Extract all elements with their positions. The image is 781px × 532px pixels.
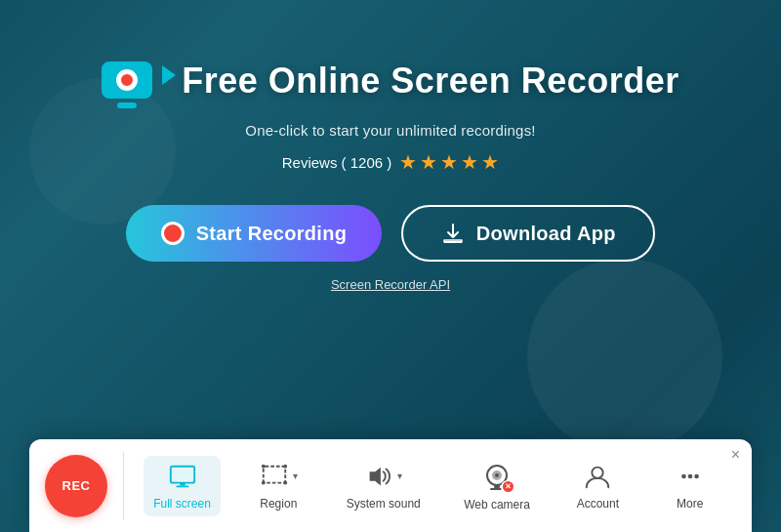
star-3: ★	[440, 150, 458, 174]
reviews-row: Reviews ( 1206 ) ★ ★ ★ ★ ★	[282, 150, 500, 174]
svg-point-8	[262, 480, 266, 484]
region-chevron-icon: ▾	[293, 471, 298, 481]
toolbar: × REC Full screen	[29, 439, 752, 532]
star-1: ★	[399, 150, 417, 174]
toolbar-item-system-sound[interactable]: ▾ System sound	[337, 456, 431, 516]
svg-rect-14	[494, 485, 500, 488]
logo-cam-lens	[116, 69, 138, 91]
logo-cam-dot	[121, 74, 133, 86]
svg-point-9	[283, 480, 287, 484]
toolbar-item-region[interactable]: ▾ Region	[244, 456, 312, 516]
web-camera-badge-inner: ✕	[503, 481, 514, 492]
toolbar-item-account[interactable]: Account	[563, 456, 632, 516]
system-sound-icon	[364, 462, 393, 491]
region-label: Region	[260, 497, 297, 511]
rec-dot-icon	[161, 222, 185, 245]
region-icon	[260, 462, 289, 491]
rec-button[interactable]: REC	[45, 455, 107, 517]
app-title: Free Online Screen Recorder	[182, 61, 679, 102]
svg-point-19	[694, 473, 699, 478]
svg-point-6	[262, 464, 266, 468]
svg-rect-0	[444, 241, 462, 243]
svg-marker-10	[370, 467, 381, 485]
svg-point-7	[283, 464, 287, 468]
app-logo	[102, 54, 164, 108]
toolbar-divider	[123, 452, 124, 520]
download-icon	[441, 222, 465, 245]
toolbar-close-button[interactable]: ×	[731, 447, 740, 463]
download-app-label: Download App	[476, 223, 616, 245]
star-4: ★	[461, 150, 478, 174]
toolbar-item-full-screen[interactable]: Full screen	[144, 456, 221, 516]
main-content: Free Online Screen Recorder One-click to…	[0, 0, 781, 292]
svg-point-18	[687, 473, 692, 478]
star-5: ★	[481, 150, 499, 174]
svg-rect-5	[264, 466, 286, 482]
toolbar-item-more[interactable]: More	[656, 456, 724, 516]
stars-container: ★ ★ ★ ★ ★	[399, 150, 499, 174]
logo-cam-body	[102, 61, 152, 99]
reviews-text: Reviews ( 1206 )	[282, 154, 392, 171]
svg-point-13	[495, 473, 499, 477]
full-screen-icon	[168, 462, 197, 491]
svg-point-17	[681, 473, 686, 478]
account-label: Account	[577, 497, 619, 511]
svg-rect-2	[173, 469, 191, 479]
logo-cam-wing	[162, 65, 176, 85]
account-icon	[583, 462, 612, 491]
api-link[interactable]: Screen Recorder API	[331, 277, 450, 292]
star-2: ★	[420, 150, 437, 174]
svg-point-16	[593, 467, 603, 477]
web-camera-icon-wrap: ✕	[481, 461, 513, 492]
svg-rect-3	[180, 482, 185, 485]
buttons-row: Start Recording Download App	[126, 205, 656, 262]
web-camera-label: Web camera	[464, 498, 530, 512]
header-row: Free Online Screen Recorder	[102, 54, 679, 108]
download-app-button[interactable]: Download App	[401, 205, 655, 262]
more-label: More	[677, 497, 703, 511]
full-screen-label: Full screen	[153, 497, 211, 511]
start-recording-button[interactable]: Start Recording	[126, 205, 383, 262]
system-sound-chevron-icon: ▾	[397, 471, 402, 481]
more-icon	[676, 462, 705, 491]
toolbar-items: Full screen ▾ Region	[132, 455, 736, 517]
logo-cam-base	[117, 102, 137, 108]
system-sound-label: System sound	[347, 497, 421, 511]
web-camera-badge: ✕	[501, 480, 514, 494]
svg-rect-4	[176, 485, 188, 487]
region-row: ▾	[260, 462, 298, 491]
app-subtitle: One-click to start your unlimited record…	[245, 122, 535, 139]
system-sound-row: ▾	[364, 462, 402, 491]
start-recording-label: Start Recording	[196, 223, 348, 245]
toolbar-item-web-camera[interactable]: ✕ Web camera	[454, 455, 540, 517]
